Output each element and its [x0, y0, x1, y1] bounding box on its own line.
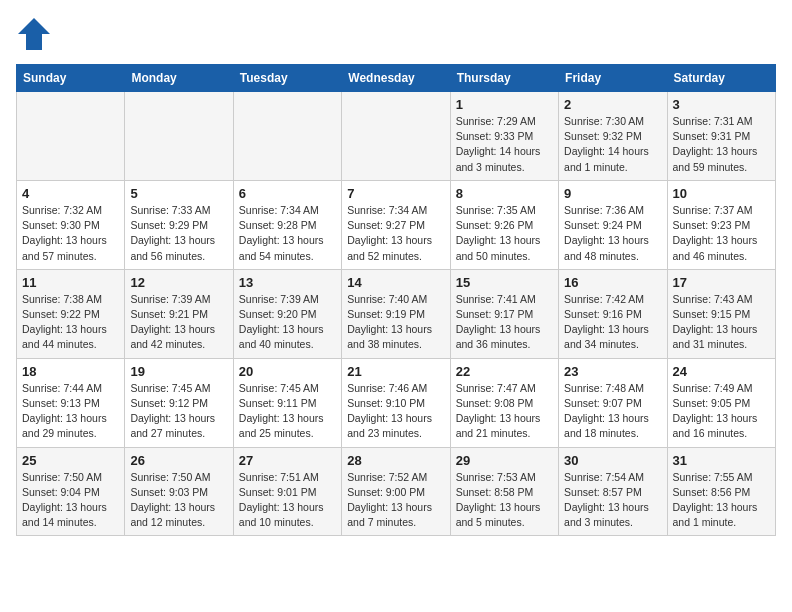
day-number: 22 [456, 364, 553, 379]
day-info: Sunrise: 7:29 AM Sunset: 9:33 PM Dayligh… [456, 114, 553, 175]
day-number: 28 [347, 453, 444, 468]
weekday-header-saturday: Saturday [667, 65, 775, 92]
day-number: 19 [130, 364, 227, 379]
day-info: Sunrise: 7:55 AM Sunset: 8:56 PM Dayligh… [673, 470, 770, 531]
calendar-cell: 28Sunrise: 7:52 AM Sunset: 9:00 PM Dayli… [342, 447, 450, 536]
calendar-body: 1Sunrise: 7:29 AM Sunset: 9:33 PM Daylig… [17, 92, 776, 536]
day-info: Sunrise: 7:52 AM Sunset: 9:00 PM Dayligh… [347, 470, 444, 531]
calendar-cell: 8Sunrise: 7:35 AM Sunset: 9:26 PM Daylig… [450, 180, 558, 269]
day-info: Sunrise: 7:54 AM Sunset: 8:57 PM Dayligh… [564, 470, 661, 531]
day-number: 7 [347, 186, 444, 201]
day-info: Sunrise: 7:51 AM Sunset: 9:01 PM Dayligh… [239, 470, 336, 531]
calendar-cell: 7Sunrise: 7:34 AM Sunset: 9:27 PM Daylig… [342, 180, 450, 269]
calendar-cell: 27Sunrise: 7:51 AM Sunset: 9:01 PM Dayli… [233, 447, 341, 536]
day-number: 11 [22, 275, 119, 290]
calendar-cell: 2Sunrise: 7:30 AM Sunset: 9:32 PM Daylig… [559, 92, 667, 181]
day-number: 20 [239, 364, 336, 379]
weekday-header-monday: Monday [125, 65, 233, 92]
day-number: 3 [673, 97, 770, 112]
day-number: 25 [22, 453, 119, 468]
day-number: 18 [22, 364, 119, 379]
calendar-cell: 23Sunrise: 7:48 AM Sunset: 9:07 PM Dayli… [559, 358, 667, 447]
calendar-cell: 12Sunrise: 7:39 AM Sunset: 9:21 PM Dayli… [125, 269, 233, 358]
calendar-cell: 16Sunrise: 7:42 AM Sunset: 9:16 PM Dayli… [559, 269, 667, 358]
calendar-cell: 22Sunrise: 7:47 AM Sunset: 9:08 PM Dayli… [450, 358, 558, 447]
day-info: Sunrise: 7:46 AM Sunset: 9:10 PM Dayligh… [347, 381, 444, 442]
day-number: 13 [239, 275, 336, 290]
weekday-header-wednesday: Wednesday [342, 65, 450, 92]
calendar-cell: 4Sunrise: 7:32 AM Sunset: 9:30 PM Daylig… [17, 180, 125, 269]
day-number: 4 [22, 186, 119, 201]
day-number: 30 [564, 453, 661, 468]
calendar-cell: 1Sunrise: 7:29 AM Sunset: 9:33 PM Daylig… [450, 92, 558, 181]
calendar-cell: 21Sunrise: 7:46 AM Sunset: 9:10 PM Dayli… [342, 358, 450, 447]
day-info: Sunrise: 7:44 AM Sunset: 9:13 PM Dayligh… [22, 381, 119, 442]
calendar-cell [233, 92, 341, 181]
day-info: Sunrise: 7:40 AM Sunset: 9:19 PM Dayligh… [347, 292, 444, 353]
calendar-cell: 3Sunrise: 7:31 AM Sunset: 9:31 PM Daylig… [667, 92, 775, 181]
calendar-cell: 18Sunrise: 7:44 AM Sunset: 9:13 PM Dayli… [17, 358, 125, 447]
day-number: 10 [673, 186, 770, 201]
calendar-cell: 30Sunrise: 7:54 AM Sunset: 8:57 PM Dayli… [559, 447, 667, 536]
day-number: 8 [456, 186, 553, 201]
calendar-cell: 24Sunrise: 7:49 AM Sunset: 9:05 PM Dayli… [667, 358, 775, 447]
calendar-week-1: 1Sunrise: 7:29 AM Sunset: 9:33 PM Daylig… [17, 92, 776, 181]
calendar-cell: 19Sunrise: 7:45 AM Sunset: 9:12 PM Dayli… [125, 358, 233, 447]
day-info: Sunrise: 7:47 AM Sunset: 9:08 PM Dayligh… [456, 381, 553, 442]
day-info: Sunrise: 7:30 AM Sunset: 9:32 PM Dayligh… [564, 114, 661, 175]
calendar-table: SundayMondayTuesdayWednesdayThursdayFrid… [16, 64, 776, 536]
day-info: Sunrise: 7:31 AM Sunset: 9:31 PM Dayligh… [673, 114, 770, 175]
day-info: Sunrise: 7:33 AM Sunset: 9:29 PM Dayligh… [130, 203, 227, 264]
calendar-cell: 13Sunrise: 7:39 AM Sunset: 9:20 PM Dayli… [233, 269, 341, 358]
calendar-cell: 10Sunrise: 7:37 AM Sunset: 9:23 PM Dayli… [667, 180, 775, 269]
day-number: 31 [673, 453, 770, 468]
day-number: 1 [456, 97, 553, 112]
calendar-header: SundayMondayTuesdayWednesdayThursdayFrid… [17, 65, 776, 92]
day-info: Sunrise: 7:34 AM Sunset: 9:28 PM Dayligh… [239, 203, 336, 264]
weekday-header-sunday: Sunday [17, 65, 125, 92]
day-number: 29 [456, 453, 553, 468]
calendar-cell: 5Sunrise: 7:33 AM Sunset: 9:29 PM Daylig… [125, 180, 233, 269]
calendar-cell: 17Sunrise: 7:43 AM Sunset: 9:15 PM Dayli… [667, 269, 775, 358]
logo [16, 16, 58, 52]
day-number: 12 [130, 275, 227, 290]
day-number: 6 [239, 186, 336, 201]
day-info: Sunrise: 7:36 AM Sunset: 9:24 PM Dayligh… [564, 203, 661, 264]
calendar-cell: 26Sunrise: 7:50 AM Sunset: 9:03 PM Dayli… [125, 447, 233, 536]
day-info: Sunrise: 7:43 AM Sunset: 9:15 PM Dayligh… [673, 292, 770, 353]
calendar-cell [342, 92, 450, 181]
day-info: Sunrise: 7:48 AM Sunset: 9:07 PM Dayligh… [564, 381, 661, 442]
weekday-header-friday: Friday [559, 65, 667, 92]
day-number: 23 [564, 364, 661, 379]
calendar-week-4: 18Sunrise: 7:44 AM Sunset: 9:13 PM Dayli… [17, 358, 776, 447]
calendar-cell: 20Sunrise: 7:45 AM Sunset: 9:11 PM Dayli… [233, 358, 341, 447]
weekday-header-tuesday: Tuesday [233, 65, 341, 92]
calendar-cell: 31Sunrise: 7:55 AM Sunset: 8:56 PM Dayli… [667, 447, 775, 536]
day-number: 15 [456, 275, 553, 290]
day-info: Sunrise: 7:53 AM Sunset: 8:58 PM Dayligh… [456, 470, 553, 531]
day-info: Sunrise: 7:38 AM Sunset: 9:22 PM Dayligh… [22, 292, 119, 353]
calendar-week-3: 11Sunrise: 7:38 AM Sunset: 9:22 PM Dayli… [17, 269, 776, 358]
calendar-cell: 9Sunrise: 7:36 AM Sunset: 9:24 PM Daylig… [559, 180, 667, 269]
day-number: 26 [130, 453, 227, 468]
calendar-week-5: 25Sunrise: 7:50 AM Sunset: 9:04 PM Dayli… [17, 447, 776, 536]
weekday-row: SundayMondayTuesdayWednesdayThursdayFrid… [17, 65, 776, 92]
day-number: 14 [347, 275, 444, 290]
day-number: 5 [130, 186, 227, 201]
day-info: Sunrise: 7:32 AM Sunset: 9:30 PM Dayligh… [22, 203, 119, 264]
day-info: Sunrise: 7:45 AM Sunset: 9:11 PM Dayligh… [239, 381, 336, 442]
day-info: Sunrise: 7:50 AM Sunset: 9:03 PM Dayligh… [130, 470, 227, 531]
day-info: Sunrise: 7:41 AM Sunset: 9:17 PM Dayligh… [456, 292, 553, 353]
page-header [16, 16, 776, 52]
calendar-cell: 6Sunrise: 7:34 AM Sunset: 9:28 PM Daylig… [233, 180, 341, 269]
day-info: Sunrise: 7:39 AM Sunset: 9:21 PM Dayligh… [130, 292, 227, 353]
calendar-cell [125, 92, 233, 181]
day-info: Sunrise: 7:37 AM Sunset: 9:23 PM Dayligh… [673, 203, 770, 264]
day-info: Sunrise: 7:50 AM Sunset: 9:04 PM Dayligh… [22, 470, 119, 531]
day-info: Sunrise: 7:34 AM Sunset: 9:27 PM Dayligh… [347, 203, 444, 264]
calendar-week-2: 4Sunrise: 7:32 AM Sunset: 9:30 PM Daylig… [17, 180, 776, 269]
day-number: 17 [673, 275, 770, 290]
calendar-cell: 15Sunrise: 7:41 AM Sunset: 9:17 PM Dayli… [450, 269, 558, 358]
calendar-cell: 14Sunrise: 7:40 AM Sunset: 9:19 PM Dayli… [342, 269, 450, 358]
day-number: 27 [239, 453, 336, 468]
